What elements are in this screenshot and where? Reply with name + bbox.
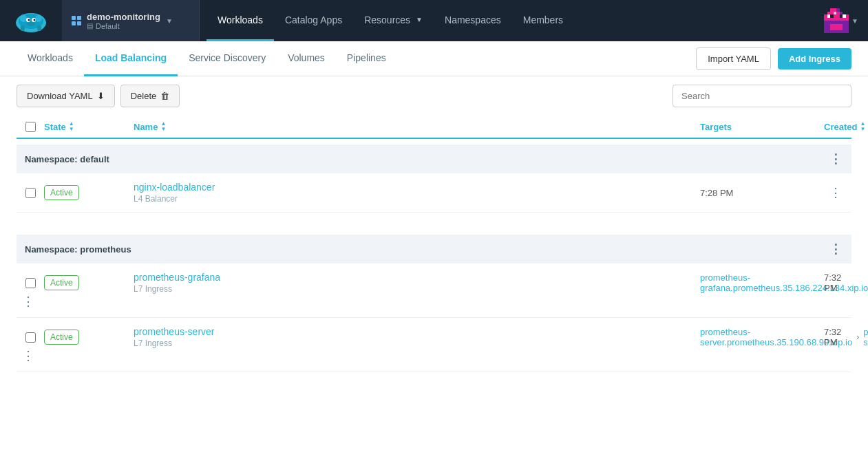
top-navigation: demo-monitoring ▤ Default ▼ Workloads Ca…	[0, 0, 868, 41]
row-actions: ⋮	[824, 185, 851, 200]
row-name-link[interactable]: prometheus-server	[134, 326, 700, 337]
row-created: 7:32 PM	[824, 327, 851, 347]
cluster-info: demo-monitoring ▤ Default	[87, 12, 160, 30]
namespace-default-actions: ⋮	[824, 151, 851, 166]
status-badge: Active	[44, 185, 79, 200]
avatar-chevron-icon: ▼	[851, 17, 858, 25]
namespace-default-menu-button[interactable]: ⋮	[825, 151, 846, 166]
row-actions: ⋮	[17, 348, 44, 363]
select-all-checkbox[interactable]	[25, 122, 36, 132]
created-sort-icon: ▲▼	[860, 121, 865, 132]
row-type: L4 Balancer	[134, 194, 700, 204]
row-name-cell: prometheus-server L7 Ingress	[134, 326, 700, 348]
download-label: Download YAML	[27, 91, 93, 101]
row-menu-button[interactable]: ⋮	[18, 348, 39, 363]
download-icon: ⬇	[97, 91, 105, 101]
row-state: Active	[44, 330, 134, 345]
svg-rect-4	[21, 25, 25, 31]
import-yaml-button[interactable]: Import YAML	[696, 47, 771, 70]
row-checkbox[interactable]	[25, 188, 36, 198]
trash-icon: 🗑	[160, 91, 169, 101]
name-sort-icon: ▲▼	[160, 121, 166, 132]
svg-rect-5	[37, 25, 41, 31]
nav-links: Workloads Catalog Apps Resources ▼ Names…	[200, 0, 581, 41]
cluster-default: ▤ Default	[87, 22, 160, 30]
namespace-prometheus-actions: ⋮	[824, 241, 851, 257]
header-targets: Targets	[700, 122, 824, 132]
table-container: State ▲▼ Name ▲▼ Targets Created ▲▼ Name…	[0, 116, 868, 372]
row-state: Active	[44, 185, 134, 200]
svg-rect-22	[830, 14, 834, 18]
cluster-selector[interactable]: demo-monitoring ▤ Default ▼	[62, 0, 200, 41]
nav-catalog-apps[interactable]: Catalog Apps	[274, 0, 353, 41]
svg-rect-16	[834, 12, 837, 15]
row-type: L7 Ingress	[134, 284, 700, 294]
search-input[interactable]	[673, 85, 851, 107]
row-targets: prometheus-grafana.prometheus.35.186.224…	[700, 272, 824, 293]
svg-rect-12	[834, 8, 837, 12]
header-state[interactable]: State ▲▼	[44, 121, 134, 132]
tab-volumes[interactable]: Volumes	[277, 41, 336, 76]
nav-namespaces[interactable]: Namespaces	[434, 0, 512, 41]
logo[interactable]	[0, 8, 62, 34]
delete-label: Delete	[131, 91, 157, 101]
nav-resources[interactable]: Resources ▼	[353, 0, 434, 41]
svg-point-10	[27, 22, 35, 26]
namespace-default-label: Namespace: default	[17, 154, 824, 164]
nav-members[interactable]: Members	[512, 0, 574, 41]
row-created: 7:32 PM	[824, 272, 851, 293]
header-created[interactable]: Created ▲▼	[824, 121, 851, 132]
delete-button[interactable]: Delete 🗑	[120, 85, 180, 107]
header-checkbox-cell	[17, 122, 44, 132]
toolbar: Download YAML ⬇ Delete 🗑	[0, 76, 868, 116]
add-ingress-button[interactable]: Add Ingress	[778, 48, 851, 69]
row-menu-button[interactable]: ⋮	[18, 294, 39, 309]
row-checkbox-cell	[17, 332, 44, 343]
svg-point-8	[28, 19, 30, 21]
svg-rect-23	[840, 14, 843, 18]
svg-rect-15	[830, 12, 834, 15]
resources-chevron-icon: ▼	[416, 16, 423, 23]
table-row: Active prometheus-grafana L7 Ingress pro…	[17, 263, 851, 318]
row-checkbox-cell	[17, 278, 44, 288]
row-actions: ⋮	[17, 294, 44, 309]
cluster-chevron-icon: ▼	[166, 17, 173, 25]
sub-tabs: Workloads Load Balancing Service Discove…	[0, 41, 868, 76]
table-header: State ▲▼ Name ▲▼ Targets Created ▲▼	[17, 116, 851, 139]
svg-point-9	[34, 19, 36, 21]
row-name-link[interactable]: nginx-loadbalancer	[134, 182, 700, 193]
user-avatar[interactable]: ▼	[824, 8, 858, 33]
tab-workloads[interactable]: Workloads	[17, 41, 84, 76]
namespace-prometheus-label: Namespace: prometheus	[17, 244, 824, 255]
row-menu-button[interactable]: ⋮	[825, 185, 846, 200]
row-checkbox[interactable]	[25, 278, 36, 288]
cluster-name: demo-monitoring	[87, 12, 160, 22]
namespace-prometheus-menu-button[interactable]: ⋮	[825, 241, 846, 257]
row-checkbox[interactable]	[25, 332, 36, 343]
svg-point-2	[20, 15, 27, 22]
search-box	[673, 85, 851, 107]
row-checkbox-cell	[17, 188, 44, 198]
row-type: L7 Ingress	[134, 338, 700, 348]
row-name-cell: prometheus-grafana L7 Ingress	[134, 272, 700, 294]
svg-rect-11	[830, 8, 834, 12]
content-area: Workloads Load Balancing Service Discove…	[0, 41, 868, 452]
target-service-link[interactable]: prometheus-server	[863, 327, 868, 347]
header-name[interactable]: Name ▲▼	[134, 121, 700, 132]
svg-rect-17	[836, 12, 840, 15]
svg-rect-14	[827, 12, 831, 15]
nav-workloads[interactable]: Workloads	[207, 0, 274, 41]
tab-load-balancing[interactable]: Load Balancing	[84, 41, 178, 76]
namespace-default: Namespace: default ⋮	[17, 144, 851, 173]
status-badge: Active	[44, 275, 79, 290]
namespace-prometheus: Namespace: prometheus ⋮	[17, 235, 851, 263]
row-state: Active	[44, 275, 134, 290]
download-yaml-button[interactable]: Download YAML ⬇	[17, 85, 115, 107]
row-name-link[interactable]: prometheus-grafana	[134, 272, 700, 283]
tab-service-discovery[interactable]: Service Discovery	[178, 41, 277, 76]
target-arrow-icon: ›	[856, 332, 859, 342]
tab-pipelines[interactable]: Pipelines	[336, 41, 397, 76]
row-targets: prometheus-server.prometheus.35.190.68.9…	[700, 327, 824, 347]
row-name-cell: nginx-loadbalancer L4 Balancer	[134, 182, 700, 204]
sub-tabs-actions: Import YAML Add Ingress	[696, 47, 851, 70]
